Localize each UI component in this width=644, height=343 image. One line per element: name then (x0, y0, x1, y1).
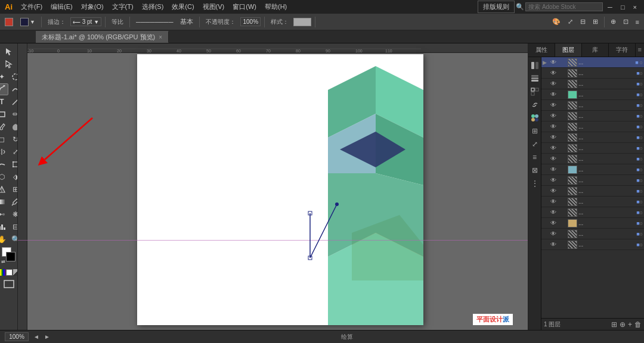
stroke-style-dash[interactable]: ──────── (134, 17, 175, 27)
reflect-tool-button[interactable] (0, 146, 8, 158)
swap-colors-icon[interactable]: ⇄ (1, 259, 5, 264)
layer-visibility-icon[interactable]: 👁 (549, 154, 558, 164)
menu-view[interactable]: 视图(V) (199, 1, 228, 13)
zoom-level[interactable]: 100% (5, 332, 29, 341)
layer-target-icon[interactable]: ○ (640, 92, 643, 98)
document-tab[interactable]: 未标题-1.ai* @ 100% (RGB/GPU 预览) × (36, 31, 169, 43)
swatches-icon[interactable] (529, 112, 541, 124)
gradient-mode-button[interactable] (13, 269, 18, 276)
layer-visibility-icon[interactable]: 👁 (549, 68, 558, 78)
layer-visibility-icon[interactable]: 👁 (549, 197, 558, 207)
arrange-panel-icon[interactable]: ⊞ (529, 125, 541, 137)
recolor-icon[interactable]: 🎨 (550, 17, 563, 27)
layer-target-icon[interactable]: ○ (640, 177, 643, 183)
new-layer-button[interactable]: + (628, 320, 632, 329)
tab-character[interactable]: 字符 (609, 43, 636, 57)
layer-visibility-icon[interactable]: 👁 (549, 101, 558, 110)
perspective-grid-button[interactable] (0, 183, 8, 195)
eyedropper-button[interactable] (9, 196, 18, 208)
list-item[interactable]: 👁 ... ■ ○ (541, 154, 644, 164)
live-paint-button[interactable]: ⬗ (9, 171, 18, 183)
list-item[interactable]: 👁 ... ■ ○ (541, 186, 644, 197)
artboards-icon[interactable] (529, 86, 541, 98)
lasso-button[interactable] (9, 71, 18, 83)
delete-layer-button[interactable]: 🗑 (634, 320, 642, 329)
blob-brush-button[interactable] (9, 121, 18, 133)
symbol-spray-button[interactable]: ❋ (9, 208, 18, 220)
direct-select-tool-button[interactable] (2, 58, 16, 70)
layers-list[interactable]: ▶ 👁 ... ■ ○ 👁 ... (541, 57, 644, 318)
shape-builder-button[interactable]: ⬡ (0, 171, 8, 183)
layer-target-icon[interactable]: ○ (640, 188, 643, 194)
list-item[interactable]: 👁 ... ■ ○ (541, 175, 644, 186)
tab-library[interactable]: 库 (582, 43, 609, 57)
layer-target-icon[interactable]: ○ (640, 102, 643, 108)
eraser-tool-button[interactable]: ◻ (0, 133, 8, 145)
stroke-color-swatch[interactable] (2, 17, 16, 27)
draw-mode-button[interactable] (2, 278, 16, 290)
stock-search-input[interactable] (525, 2, 603, 11)
hand-tool-button[interactable]: ✋ (0, 233, 8, 245)
layer-visibility-icon[interactable]: 👁 (549, 208, 558, 217)
layer-visibility-icon[interactable]: 👁 (549, 186, 558, 196)
list-item[interactable]: ▶ 👁 ... ■ ○ (541, 57, 644, 68)
layer-target-icon[interactable]: ○ (640, 81, 643, 87)
layer-target-icon[interactable]: ○ (640, 135, 643, 141)
layer-visibility-icon[interactable]: 👁 (549, 165, 558, 174)
layer-visibility-icon[interactable]: 👁 (549, 133, 558, 142)
menu-window[interactable]: 窗口(W) (229, 1, 260, 13)
stroke-swatch[interactable] (6, 252, 16, 261)
layer-lock-icon[interactable] (558, 69, 566, 77)
list-item[interactable]: 👁 ... ■ ○ (541, 207, 644, 218)
layer-visibility-icon[interactable]: 👁 (549, 144, 558, 153)
more-panel-icon[interactable]: ⋮ (529, 177, 541, 189)
list-item[interactable]: 👁 ... ■ ○ (541, 100, 644, 111)
window-maximize-button[interactable]: □ (617, 4, 628, 11)
panel-options-button[interactable]: ≡ (636, 43, 644, 57)
links-icon[interactable] (529, 99, 541, 111)
layer-target-icon[interactable]: ○ (640, 124, 643, 130)
pathfinder-icon[interactable]: ⊞ (590, 17, 600, 27)
canvas-area[interactable]: -10 0 10 20 30 40 50 60 70 80 90 100 110 (18, 43, 528, 330)
layer-visibility-icon[interactable]: 👁 (549, 240, 558, 250)
pathfinder-panel-icon[interactable]: ⊠ (529, 164, 541, 176)
align-panel-icon[interactable]: ≡ (529, 151, 541, 163)
layer-target-icon[interactable]: ○ (640, 113, 643, 119)
menu-object[interactable]: 对象(O) (78, 1, 107, 13)
select-tool-button[interactable] (2, 46, 16, 58)
menu-file[interactable]: 文件(F) (17, 1, 46, 13)
transform-icon[interactable]: ⤢ (565, 17, 575, 27)
pencil-tool-button[interactable]: ✏ (9, 108, 18, 120)
type-tool-button[interactable]: T (0, 96, 8, 108)
none-mode-button[interactable] (6, 269, 13, 276)
list-item[interactable]: 👁 ... ■ ○ (541, 164, 644, 175)
layer-visibility-icon[interactable]: 👁 (549, 111, 558, 121)
zoom-decrease-button[interactable]: ◄ (33, 333, 39, 340)
list-item[interactable]: 👁 ... ■ ○ (541, 229, 644, 239)
fill-color-swatch[interactable]: ▼ (18, 17, 38, 27)
mesh-tool-button[interactable]: ⊞ (9, 183, 18, 195)
more-icon[interactable]: ⊡ (621, 17, 631, 27)
menu-edit[interactable]: 编辑(E) (47, 1, 76, 13)
layer-visibility-icon[interactable]: 👁 (549, 176, 558, 185)
make-clipping-mask-button[interactable]: ⊞ (611, 320, 617, 329)
style-swatch[interactable] (293, 18, 311, 26)
layer-visibility-icon[interactable]: 👁 (549, 219, 558, 228)
paiban-button[interactable]: 排版规则 (478, 1, 515, 13)
layer-visibility-icon[interactable]: 👁 (549, 79, 558, 89)
layer-target-icon[interactable]: ○ (640, 167, 643, 173)
layer-lock-icon[interactable] (558, 58, 566, 67)
layer-visibility-icon[interactable]: 👁 (549, 122, 558, 132)
tab-properties[interactable]: 属性 (528, 43, 555, 57)
transform-panel-icon[interactable]: ⤢ (529, 138, 541, 150)
layer-expand-icon[interactable]: ▶ (543, 60, 549, 66)
layer-visibility-icon[interactable]: 👁 (549, 90, 558, 99)
menu-select[interactable]: 选择(S) (138, 1, 168, 13)
chart-tool-button[interactable] (0, 221, 8, 233)
layer-target-icon[interactable]: ○ (640, 70, 643, 76)
tab-close-button[interactable]: × (159, 34, 162, 40)
layer-target-icon[interactable]: ○ (640, 210, 643, 216)
layer-visibility-icon[interactable]: 👁 (549, 229, 558, 239)
window-minimize-button[interactable]: ─ (604, 4, 616, 11)
slice-tool-button[interactable]: ⊟ (9, 221, 18, 233)
